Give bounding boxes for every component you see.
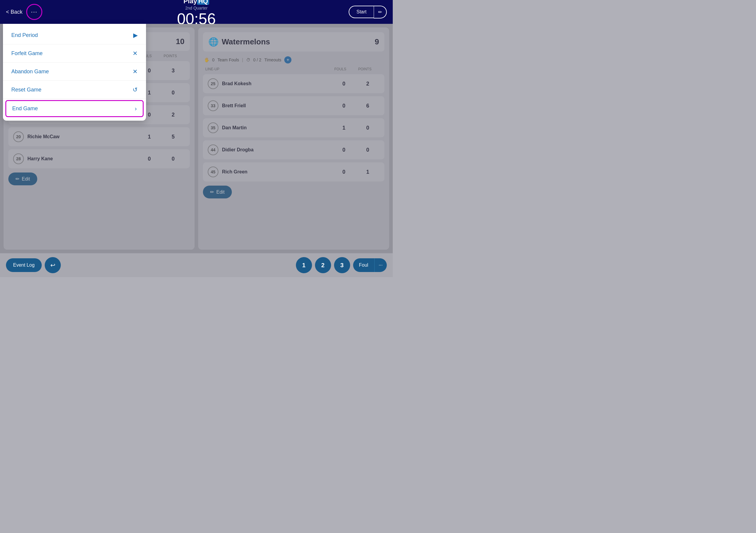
start-button[interactable]: Start	[349, 6, 374, 18]
undo-button[interactable]: ↩	[45, 257, 61, 273]
end-game-icon: ›	[135, 105, 137, 112]
bottom-bar: Event Log ↩ 1 2 3 Foul ···	[0, 253, 393, 277]
end-period-icon: ▶	[133, 32, 138, 39]
menu-dots-icon: ···	[31, 8, 37, 16]
abandon-game-icon: ✕	[133, 68, 138, 75]
menu-item-end-period[interactable]: End Period ▶	[3, 26, 146, 44]
logo-hq: HQ	[197, 0, 209, 5]
header: < Back ··· PlayHQ 2nd Quarter 00:56 Star…	[0, 0, 393, 24]
end-period-label: End Period	[11, 32, 38, 39]
back-label: < Back	[6, 9, 23, 15]
header-left: < Back ···	[6, 4, 42, 20]
forfeit-game-label: Forfeit Game	[11, 50, 42, 57]
abandon-game-label: Abandon Game	[11, 68, 49, 75]
foul-button[interactable]: Foul	[353, 258, 375, 272]
reset-game-label: Reset Game	[11, 87, 41, 93]
forfeit-game-icon: ✕	[133, 50, 138, 57]
menu-item-abandon-game[interactable]: Abandon Game ✕	[3, 63, 146, 81]
score-1-button[interactable]: 1	[296, 257, 312, 273]
header-edit-button[interactable]: ✏	[374, 6, 387, 18]
dropdown-menu: End Period ▶ Forfeit Game ✕ Abandon Game…	[3, 24, 146, 121]
more-button[interactable]: ···	[375, 258, 387, 272]
bottom-center-controls: 1 2 3 Foul ···	[296, 257, 387, 273]
score-3-button[interactable]: 3	[334, 257, 350, 273]
quarter-label: 2nd Quarter	[185, 6, 208, 11]
undo-icon: ↩	[50, 262, 55, 269]
score-2-button[interactable]: 2	[315, 257, 331, 273]
logo-play: Play	[183, 0, 197, 5]
event-log-button[interactable]: Event Log	[6, 258, 42, 272]
menu-item-reset-game[interactable]: Reset Game ↺	[3, 81, 146, 99]
end-game-label: End Game	[12, 105, 38, 112]
header-right: Start ✏	[349, 6, 387, 18]
menu-item-forfeit-game[interactable]: Forfeit Game ✕	[3, 44, 146, 63]
bottom-left-controls: Event Log ↩	[6, 257, 61, 273]
menu-button[interactable]: ···	[26, 4, 42, 20]
reset-game-icon: ↺	[133, 86, 138, 93]
menu-item-end-game[interactable]: End Game ›	[5, 100, 144, 117]
header-center: PlayHQ 2nd Quarter 00:56	[177, 0, 216, 27]
foul-group: Foul ···	[353, 258, 387, 272]
app-logo: PlayHQ	[183, 0, 209, 5]
back-button[interactable]: < Back	[6, 9, 23, 15]
